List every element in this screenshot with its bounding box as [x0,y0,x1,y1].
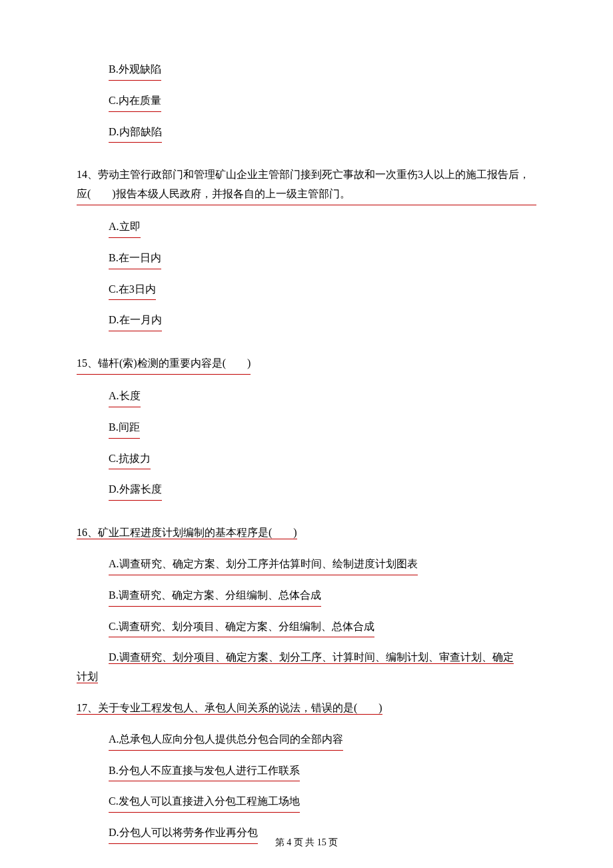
q15-text: 15、锚杆(索)检测的重要内容是( ) [77,354,251,375]
q14-option-d: D.在一月内 [109,311,162,331]
q17-option-c: C.发包人可以直接进入分包工程施工场地 [109,792,300,813]
q14-option-b: B.在一日内 [109,249,161,269]
q14-text: 14、劳动主管行政部门和管理矿山企业主管部门接到死亡事故和一次重伤3人以上的施工… [77,165,536,205]
q15-option-c: C.抗拔力 [109,449,151,470]
q17-option-a: A.总承包人应向分包人提供总分包合同的全部内容 [109,730,343,751]
page-footer: 第 4 页 共 15 页 [0,834,613,851]
q17-text: 17、关于专业工程发包人、承包人间关系的说法，错误的是( ) [77,702,382,715]
q13-option-d: D.内部缺陷 [109,123,162,143]
q15-option-d: D.外露长度 [109,480,162,501]
q17-option-b: B.分包人不应直接与发包人进行工作联系 [109,761,300,782]
q15-option-a: A.长度 [109,387,141,407]
q16-option-d: D.调查研究、划分项目、确定方案、划分工序、计算时间、编制计划、审查计划、确定 … [77,648,536,687]
q14-option-a: A.立即 [109,217,141,238]
q15-option-b: B.间距 [109,418,140,439]
q14-option-c: C.在3日内 [109,280,156,301]
q16-option-c: C.调查研究、划分项目、确定方案、分组编制、总体合成 [109,617,374,638]
q13-option-c: C.内在质量 [109,91,161,112]
q16-option-b: B.调查研究、确定方案、分组编制、总体合成 [109,586,321,607]
q16-option-a: A.调查研究、确定方案、划分工序并估算时间、绘制进度计划图表 [109,555,418,575]
q13-option-b: B.外观缺陷 [109,60,161,81]
q16-text: 16、矿业工程进度计划编制的基本程序是( ) [77,527,297,539]
